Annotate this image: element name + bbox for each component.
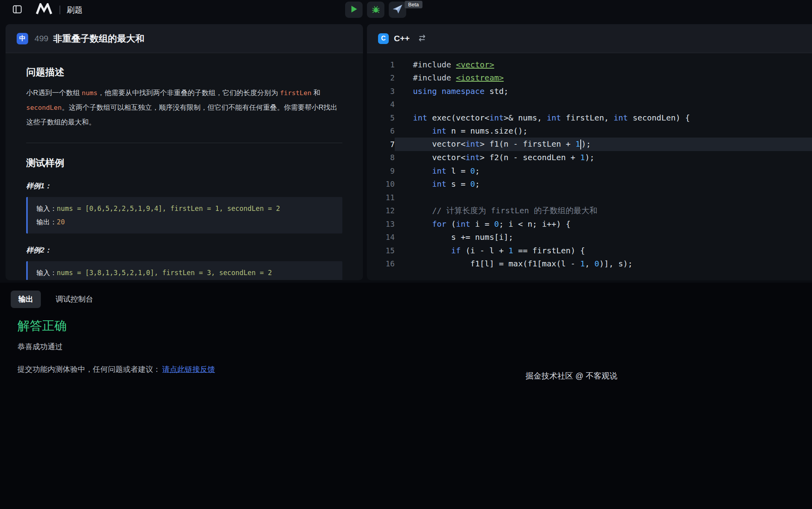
sample-code-block: 输入：nums = [3,8,1,3,5,2,1,0], firstLen = … xyxy=(26,261,342,280)
output-label: 输出： xyxy=(36,218,57,226)
console-tab[interactable]: 输出 xyxy=(11,291,41,308)
code-token: // 计算长度为 firstLen 的子数组的最大和 xyxy=(432,206,597,215)
code-token: ; xyxy=(475,166,480,176)
code-text: int n = nums.size(); xyxy=(413,126,528,136)
code-token xyxy=(413,166,432,176)
code-token: (i - l + xyxy=(461,246,508,255)
feedback-line: 提交功能内测体验中，任何问题或者建议：请点此链接反馈 xyxy=(17,364,812,375)
sample-label: 样例1： xyxy=(26,181,342,191)
sample-label: 样例2： xyxy=(26,245,342,255)
line-number: 3 xyxy=(367,87,395,96)
code-token: 0 xyxy=(470,179,475,189)
sample-input-line: 输入：nums = [3,8,1,3,5,2,1,0], firstLen = … xyxy=(36,266,334,279)
code-token: 0 xyxy=(470,166,475,176)
code-token: s = xyxy=(446,179,470,189)
code-text: int exec(vector<int>& nums, int firstLen… xyxy=(413,113,690,122)
code-token: n = nums.size(); xyxy=(446,126,528,136)
sidebar-toggle-button[interactable] xyxy=(11,4,23,16)
problem-panel: 中 499 非重叠子数组的最大和 问题描述 小R遇到一个数组 nums，他需要从… xyxy=(6,24,363,280)
code-line-content: s += nums[i]; xyxy=(395,231,812,244)
code-token: ; i < n; i++) { xyxy=(499,219,571,229)
code-token: <iostream> xyxy=(456,73,503,82)
code-line[interactable]: 2#include <iostream> xyxy=(367,71,812,85)
editor-panel: C C++ 1#include <vector>2#include <iostr… xyxy=(367,24,812,280)
code-line[interactable]: 15 if (i - l + 1 == firstLen) { xyxy=(367,244,812,257)
code-token xyxy=(413,219,432,229)
code-token: int xyxy=(465,139,480,149)
code-line-content: int l = 0; xyxy=(395,164,812,178)
code-token: vector< xyxy=(413,153,465,162)
code-token: 1 xyxy=(580,153,585,162)
code-token: if xyxy=(451,246,461,255)
code-token: std; xyxy=(485,86,509,96)
code-line[interactable]: 6 int n = nums.size(); xyxy=(367,124,812,138)
description-text: 小R遇到一个数组 xyxy=(26,89,82,97)
problem-title: 非重叠子数组的最大和 xyxy=(53,33,144,45)
debug-button[interactable] xyxy=(367,2,384,18)
code-token: 1 xyxy=(575,139,580,149)
code-token: 0 xyxy=(494,219,499,229)
code-token: >& nums, xyxy=(504,113,547,122)
code-token: vector< xyxy=(413,139,465,149)
marscode-logo-icon xyxy=(36,3,52,17)
topbar-left: 刷题 xyxy=(11,0,83,20)
code-line[interactable]: 8 vector<int> f2(n - secondLen + 1); xyxy=(367,151,812,165)
line-number: 8 xyxy=(367,153,395,162)
code-text: f1[l] = max(f1[max(l - 1, 0)], s); xyxy=(413,259,633,268)
console-tab[interactable]: 调试控制台 xyxy=(48,291,101,308)
language-label: C++ xyxy=(394,34,410,43)
cpp-language-icon: C xyxy=(378,33,389,44)
code-line[interactable]: 4 xyxy=(367,98,812,111)
code-line[interactable]: 14 s += nums[i]; xyxy=(367,231,812,244)
code-token: 1 xyxy=(509,246,513,255)
input-label: 输入： xyxy=(36,269,57,277)
code-token: f1[l] = max(f1[max(l - xyxy=(413,259,580,268)
editor-code[interactable]: 1#include <vector>2#include <iostream>3u… xyxy=(367,53,812,270)
switch-language-button[interactable] xyxy=(418,34,426,43)
input-value: nums = [3,8,1,3,5,2,1,0], firstLen = 3, … xyxy=(57,269,272,277)
code-line-content: #include <vector> xyxy=(395,58,812,71)
code-line-content: using namespace std; xyxy=(395,84,812,98)
line-number: 11 xyxy=(367,193,395,202)
code-line[interactable]: 12 // 计算长度为 firstLen 的子数组的最大和 xyxy=(367,204,812,218)
topbar-divider xyxy=(60,6,60,14)
code-line[interactable]: 13 for (int i = 0; i < n; i++) { xyxy=(367,217,812,231)
code-token: for xyxy=(432,219,446,229)
code-token: i = xyxy=(470,219,494,229)
code-text: int l = 0; xyxy=(413,166,480,176)
line-number: 16 xyxy=(367,259,395,268)
problem-description: 小R遇到一个数组 nums，他需要从中找到两个非重叠的子数组，它们的长度分别为 … xyxy=(26,86,342,129)
beta-badge: Beta xyxy=(405,1,422,8)
code-line[interactable]: 3using namespace std; xyxy=(367,84,812,98)
submit-button[interactable] xyxy=(389,2,406,18)
code-line[interactable]: 7 vector<int> f1(n - firstLen + 1); xyxy=(367,138,812,151)
code-token: int xyxy=(465,153,480,162)
app-logo xyxy=(36,3,52,17)
description-text: 。这两个子数组可以相互独立，顺序没有限制，但它们不能有任何重叠。你需要帮小R找出… xyxy=(26,103,338,126)
code-token: int xyxy=(432,179,446,189)
code-token xyxy=(413,206,432,215)
code-line[interactable]: 11 xyxy=(367,191,812,204)
code-token: int xyxy=(547,113,561,122)
inline-code: secondLen xyxy=(26,104,61,111)
code-line[interactable]: 5int exec(vector<int>& nums, int firstLe… xyxy=(367,111,812,124)
code-line[interactable]: 10 int s = 0; xyxy=(367,178,812,191)
inline-code: nums xyxy=(82,89,98,97)
code-token: 0 xyxy=(595,259,599,268)
code-line-content: vector<int> f1(n - firstLen + 1); xyxy=(395,138,812,151)
code-line-content: vector<int> f2(n - secondLen + 1); xyxy=(395,151,812,165)
input-label: 输入： xyxy=(36,205,57,212)
output-value: 20 xyxy=(57,218,65,226)
app-title: 刷题 xyxy=(67,5,83,15)
code-line[interactable]: 9 int l = 0; xyxy=(367,164,812,178)
problem-header: 中 499 非重叠子数组的最大和 xyxy=(6,24,363,53)
feedback-link[interactable]: 请点此链接反馈 xyxy=(162,365,215,373)
run-button[interactable] xyxy=(345,2,363,18)
code-token: == firstLen) { xyxy=(513,246,585,255)
code-line[interactable]: 16 f1[l] = max(f1[max(l - 1, 0)], s); xyxy=(367,257,812,271)
line-number: 14 xyxy=(367,233,395,241)
watermark: 掘金技术社区 @ 不客观说 xyxy=(526,371,617,381)
code-line[interactable]: 1#include <vector> xyxy=(367,58,812,71)
code-token: l = xyxy=(446,166,470,176)
code-token xyxy=(413,179,432,189)
